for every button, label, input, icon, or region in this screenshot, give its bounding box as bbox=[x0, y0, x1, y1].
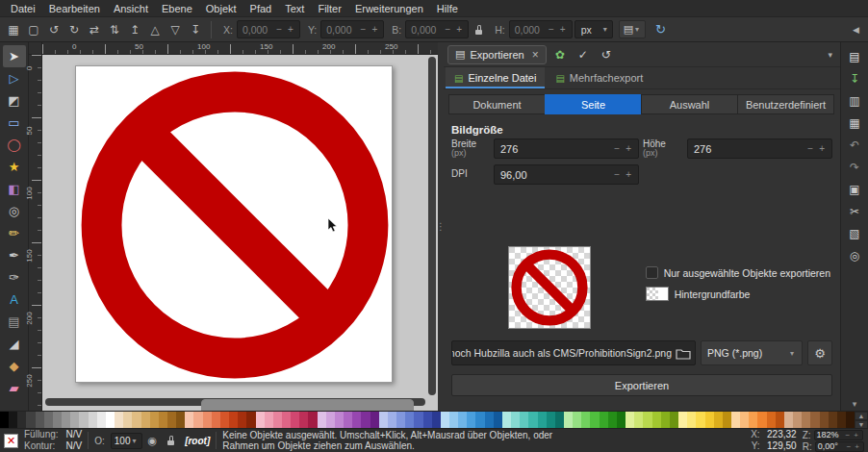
rotation-input[interactable]: 0,00° − + bbox=[815, 441, 864, 452]
dpi-input[interactable]: 96,00 − + bbox=[494, 164, 639, 185]
palette-swatch[interactable] bbox=[326, 412, 335, 428]
palette-swatch[interactable] bbox=[423, 412, 432, 428]
palette-swatch[interactable] bbox=[625, 412, 634, 428]
minus-button[interactable]: − bbox=[845, 442, 854, 451]
palette-swatch[interactable] bbox=[379, 412, 388, 428]
palette-swatch[interactable] bbox=[9, 412, 17, 428]
minus-button[interactable]: − bbox=[443, 24, 454, 35]
menu-text[interactable]: Text bbox=[278, 2, 311, 15]
palette-swatch[interactable] bbox=[520, 412, 528, 428]
palette-swatch[interactable] bbox=[396, 412, 405, 428]
palette-swatch[interactable] bbox=[70, 412, 79, 428]
rotate-ccw-icon[interactable]: ↺ bbox=[44, 20, 64, 39]
palette-swatch[interactable] bbox=[564, 412, 573, 428]
calligraphy-tool[interactable]: ✑ bbox=[3, 266, 26, 289]
checkbox[interactable] bbox=[646, 266, 658, 279]
minus-button[interactable]: − bbox=[611, 169, 623, 180]
palette-swatch[interactable] bbox=[265, 412, 273, 428]
undo-icon[interactable]: ↶ bbox=[844, 135, 865, 155]
folder-icon[interactable] bbox=[676, 346, 691, 362]
raise-to-top-icon[interactable]: ↥ bbox=[125, 20, 144, 39]
palette-swatch[interactable] bbox=[678, 412, 687, 428]
palette-swatch[interactable] bbox=[475, 412, 484, 428]
palette-swatch[interactable] bbox=[361, 412, 370, 428]
export-width-input[interactable]: 276 − + bbox=[494, 138, 639, 159]
palette-swatch[interactable] bbox=[449, 412, 458, 428]
vertical-ruler[interactable]: 050100150200250 bbox=[29, 55, 42, 411]
close-icon[interactable]: × bbox=[532, 48, 539, 62]
palette-swatch[interactable] bbox=[784, 412, 793, 428]
palette-swatch[interactable] bbox=[352, 412, 361, 428]
palette-swatch[interactable] bbox=[62, 412, 70, 428]
raise-icon[interactable]: △ bbox=[145, 20, 165, 39]
save-icon[interactable]: ▥ bbox=[844, 90, 865, 111]
palette-swatch[interactable] bbox=[159, 412, 167, 428]
palette-swatch[interactable] bbox=[705, 412, 714, 428]
scrollbar-thumb[interactable] bbox=[201, 399, 414, 411]
tab-single-file[interactable]: ▤ Einzelne Datei bbox=[446, 67, 545, 88]
redo-icon[interactable]: ↷ bbox=[844, 157, 865, 177]
palette-swatch[interactable] bbox=[291, 412, 299, 428]
palette-swatch[interactable] bbox=[44, 412, 53, 428]
horizontal-scrollbar[interactable] bbox=[45, 398, 425, 406]
objects-dialog-icon[interactable]: ✿ bbox=[550, 45, 570, 64]
menu-bearbeiten[interactable]: Bearbeiten bbox=[42, 2, 107, 15]
palette-swatch[interactable] bbox=[17, 412, 26, 428]
palette-swatch[interactable] bbox=[617, 412, 625, 428]
plus-button[interactable]: + bbox=[623, 143, 634, 154]
rectangle-tool[interactable]: ▭ bbox=[3, 112, 26, 134]
palette-swatch[interactable] bbox=[53, 412, 62, 428]
palette-swatch[interactable] bbox=[837, 412, 846, 428]
palette-swatch[interactable] bbox=[767, 412, 776, 428]
eraser-tool[interactable]: ▰ bbox=[3, 377, 26, 399]
palette-swatch[interactable] bbox=[687, 412, 696, 428]
palette-swatch[interactable] bbox=[97, 412, 106, 428]
import-icon[interactable]: ↧ bbox=[844, 68, 865, 88]
menu-pfad[interactable]: Pfad bbox=[243, 2, 279, 15]
spiral-tool[interactable]: ◎ bbox=[3, 200, 26, 222]
copy-icon[interactable]: ▣ bbox=[844, 179, 865, 199]
flip-vertical-icon[interactable]: ⇅ bbox=[105, 20, 124, 39]
lock-ratio-icon[interactable] bbox=[474, 24, 483, 36]
export-dialog-icon[interactable]: ▤ bbox=[844, 46, 865, 66]
palette-swatch[interactable] bbox=[203, 412, 212, 428]
palette-swatch[interactable] bbox=[670, 412, 678, 428]
lower-to-bottom-icon[interactable]: ↧ bbox=[186, 20, 205, 39]
area-button-seite[interactable]: Seite bbox=[545, 94, 642, 114]
paint-bucket-tool[interactable]: ◆ bbox=[3, 355, 26, 377]
vertical-scrollbar[interactable] bbox=[428, 57, 436, 395]
height-input[interactable]: 0,000 − + bbox=[509, 20, 573, 38]
palette-swatch[interactable] bbox=[573, 412, 581, 428]
gradient-tool[interactable]: ▤ bbox=[3, 311, 26, 333]
palette-swatch[interactable] bbox=[555, 412, 564, 428]
plus-button[interactable]: + bbox=[285, 24, 296, 35]
plus-button[interactable]: + bbox=[453, 24, 465, 35]
background-color-swatch[interactable] bbox=[646, 287, 669, 301]
bezier-tool[interactable]: ✒ bbox=[3, 244, 26, 266]
palette-swatch[interactable] bbox=[185, 412, 193, 428]
width-input[interactable]: 0,000 − + bbox=[405, 20, 469, 38]
palette-swatch[interactable] bbox=[502, 412, 511, 428]
select-none-icon[interactable]: ▢ bbox=[24, 20, 43, 39]
palette-swatch[interactable] bbox=[714, 412, 723, 428]
palette-swatch[interactable] bbox=[441, 412, 449, 428]
minus-button[interactable]: − bbox=[804, 143, 816, 154]
palette-swatch[interactable] bbox=[282, 412, 291, 428]
plus-button[interactable]: + bbox=[852, 431, 860, 439]
collapse-snap-toolbar-icon[interactable]: ◀ bbox=[848, 25, 864, 35]
palette-swatch[interactable] bbox=[802, 412, 810, 428]
minus-button[interactable]: − bbox=[844, 431, 853, 439]
palette-swatch[interactable] bbox=[212, 412, 220, 428]
palette-swatch[interactable] bbox=[749, 412, 757, 428]
palette-swatch[interactable] bbox=[600, 412, 608, 428]
plus-button[interactable]: + bbox=[816, 143, 828, 154]
palette-swatch[interactable] bbox=[388, 412, 396, 428]
dropper-tool[interactable]: ◢ bbox=[3, 333, 26, 355]
palette-swatch[interactable] bbox=[696, 412, 704, 428]
prohibition-sign[interactable] bbox=[80, 70, 390, 380]
palette-swatch[interactable] bbox=[299, 412, 308, 428]
palette-swatch[interactable] bbox=[318, 412, 326, 428]
palette-swatch[interactable] bbox=[229, 412, 238, 428]
minus-button[interactable]: − bbox=[358, 24, 370, 35]
palette-swatch[interactable] bbox=[89, 412, 97, 428]
